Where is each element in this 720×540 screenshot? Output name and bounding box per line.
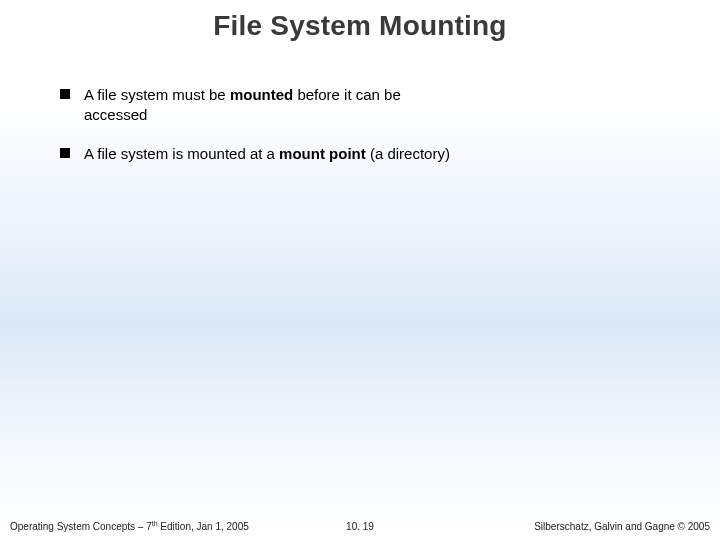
footer-left: Operating System Concepts – 7th Edition,… (10, 520, 249, 532)
footer-right: Silberschatz, Galvin and Gagne © 2005 (534, 521, 710, 532)
square-bullet-icon (60, 89, 70, 99)
square-bullet-icon (60, 148, 70, 158)
bullet-text-bold: mount point (279, 145, 366, 162)
slide-title: File System Mounting (0, 10, 720, 42)
footer-left-post: Edition, Jan 1, 2005 (158, 521, 249, 532)
bullet-item: A file system is mounted at a mount poin… (60, 144, 660, 164)
footer-left-pre: Operating System Concepts – 7 (10, 521, 152, 532)
bullet-text-pre: A file system is mounted at a (84, 145, 279, 162)
bullet-text: A file system must be mounted before it … (84, 85, 464, 126)
bullet-item: A file system must be mounted before it … (60, 85, 660, 126)
bullet-text: A file system is mounted at a mount poin… (84, 144, 450, 164)
bullet-text-bold: mounted (230, 86, 293, 103)
slide: File System Mounting A file system must … (0, 0, 720, 540)
footer-center: 10. 19 (346, 521, 374, 532)
bullet-text-pre: A file system must be (84, 86, 230, 103)
bullet-text-post: (a directory) (366, 145, 450, 162)
slide-body: A file system must be mounted before it … (60, 85, 660, 182)
